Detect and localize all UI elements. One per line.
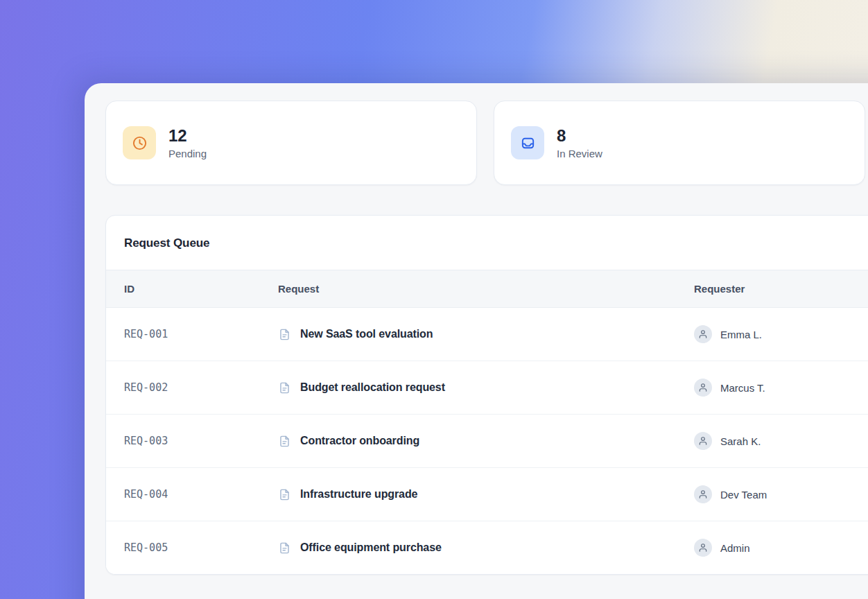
row-id: REQ-003: [124, 435, 278, 447]
inbox-icon: [511, 126, 544, 159]
row-id: REQ-004: [124, 488, 278, 501]
avatar: [694, 432, 712, 450]
request-queue-card: Request Queue ID Request Requester REQ-0…: [105, 215, 868, 575]
stat-card-in-review: 8 In Review: [494, 101, 865, 185]
row-id: REQ-005: [124, 541, 278, 554]
row-request-label: Infrastructure upgrade: [300, 488, 417, 501]
table-row[interactable]: REQ-005 Office equipment purchase Admin: [106, 521, 868, 574]
table-row[interactable]: REQ-003 Contractor onboarding Sarah K.: [106, 415, 868, 468]
table-body: REQ-001 New SaaS tool evaluation Emma L.: [106, 308, 868, 574]
stat-value-pending: 12: [168, 126, 207, 146]
stat-value-in-review: 8: [557, 126, 602, 146]
row-request-label: Contractor onboarding: [300, 435, 419, 447]
document-icon: [278, 488, 291, 501]
row-request-label: Budget reallocation request: [300, 381, 445, 394]
column-header-request: Request: [278, 283, 694, 295]
stats-row: 12 Pending 8 In Review: [105, 101, 868, 185]
table-title: Request Queue: [106, 216, 868, 270]
row-request-label: Office equipment purchase: [300, 541, 442, 554]
document-icon: [278, 541, 291, 555]
document-icon: [278, 435, 291, 448]
table-row[interactable]: REQ-001 New SaaS tool evaluation Emma L.: [106, 308, 868, 361]
row-requester-name: Sarah K.: [720, 435, 761, 447]
row-id: REQ-001: [124, 328, 278, 340]
stat-card-pending: 12 Pending: [105, 101, 477, 185]
row-requester-name: Dev Team: [720, 489, 767, 501]
row-requester-name: Marcus T.: [720, 382, 765, 394]
clock-icon: [123, 126, 156, 159]
table-header-row: ID Request Requester: [106, 270, 868, 308]
stat-label-in-review: In Review: [557, 148, 602, 159]
column-header-requester: Requester: [694, 283, 868, 295]
row-requester-name: Emma L.: [720, 329, 762, 340]
column-header-id: ID: [124, 283, 278, 295]
avatar: [694, 379, 712, 397]
avatar: [694, 539, 712, 557]
stat-text: 12 Pending: [168, 126, 207, 159]
row-requester-name: Admin: [720, 542, 750, 554]
avatar: [694, 325, 712, 343]
document-icon: [278, 328, 291, 341]
table-row[interactable]: REQ-004 Infrastructure upgrade Dev Team: [106, 468, 868, 521]
avatar: [694, 485, 712, 503]
table-row[interactable]: REQ-002 Budget reallocation request Marc…: [106, 361, 868, 415]
stat-label-pending: Pending: [168, 148, 207, 159]
row-request-label: New SaaS tool evaluation: [300, 328, 433, 340]
row-id: REQ-002: [124, 381, 278, 394]
document-icon: [278, 381, 291, 394]
stat-text: 8 In Review: [557, 126, 602, 159]
dashboard-panel: 12 Pending 8 In Review Request Queue ID …: [85, 83, 868, 599]
